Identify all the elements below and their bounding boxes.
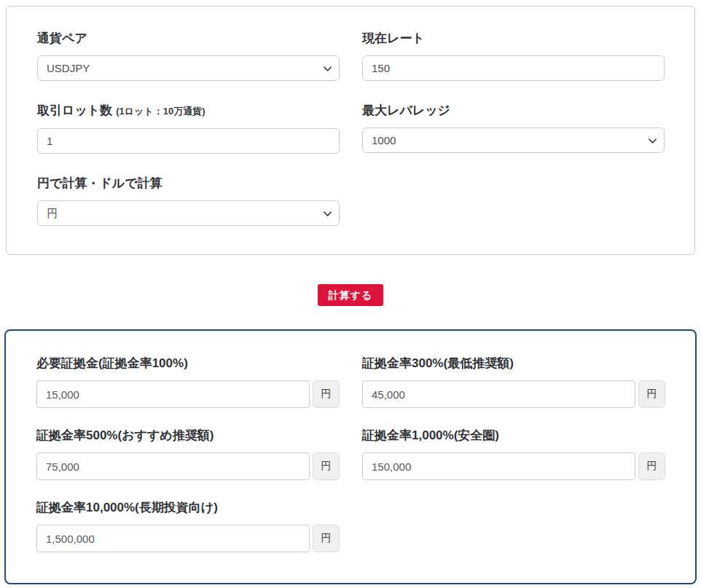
margin-300-unit-addon: 円 xyxy=(638,380,665,408)
form-grid: 通貨ペア USDJPY 現在レート 取引ロット数(1ロット：10万通貨) 最大レ… xyxy=(37,31,665,226)
result-margin-10000: 証拠金率10,000%(長期投資向け) 円 xyxy=(36,500,340,552)
max-leverage-label: 最大レバレッジ xyxy=(362,103,665,118)
current-rate-input[interactable] xyxy=(362,55,665,81)
lot-size-input[interactable] xyxy=(37,128,340,154)
result-margin-500: 証拠金率500%(おすすめ推奨額) 円 xyxy=(36,428,340,480)
margin-500-label: 証拠金率500%(おすすめ推奨額) xyxy=(36,428,340,443)
currency-pair-select[interactable]: USDJPY xyxy=(37,55,340,81)
margin-100-unit-addon: 円 xyxy=(313,380,340,408)
calculate-button[interactable]: 計算する xyxy=(318,284,384,306)
calculate-button-row: 計算する xyxy=(0,284,701,306)
lot-size-label-note: (1ロット：10万通貨) xyxy=(116,106,205,117)
results-grid: 必要証拠金(証拠金率100%) 円 証拠金率300%(最低推奨額) 円 証拠金率… xyxy=(36,356,665,552)
margin-calculator-form-card: 通貨ペア USDJPY 現在レート 取引ロット数(1ロット：10万通貨) 最大レ… xyxy=(6,6,695,255)
currency-pair-label: 通貨ペア xyxy=(37,31,340,46)
calc-currency-select-wrap: 円 xyxy=(37,200,340,226)
field-max-leverage: 最大レバレッジ 1000 xyxy=(362,103,665,154)
field-calc-currency: 円で計算・ドルで計算 円 xyxy=(37,176,340,226)
margin-results-card: 必要証拠金(証拠金率100%) 円 証拠金率300%(最低推奨額) 円 証拠金率… xyxy=(4,329,697,584)
margin-10000-label: 証拠金率10,000%(長期投資向け) xyxy=(36,500,340,515)
margin-300-label: 証拠金率300%(最低推奨額) xyxy=(362,356,665,371)
margin-1000-unit-addon: 円 xyxy=(638,452,665,480)
margin-500-row: 円 xyxy=(36,452,340,480)
margin-10000-unit-addon: 円 xyxy=(313,525,340,552)
lot-size-label: 取引ロット数(1ロット：10万通貨) xyxy=(37,103,340,119)
margin-100-input[interactable] xyxy=(36,380,310,408)
margin-500-input[interactable] xyxy=(36,452,310,480)
currency-pair-select-wrap: USDJPY xyxy=(37,55,340,81)
margin-1000-label: 証拠金率1,000%(安全圏) xyxy=(362,428,665,443)
margin-10000-row: 円 xyxy=(36,525,340,552)
margin-1000-row: 円 xyxy=(362,452,665,480)
field-currency-pair: 通貨ペア USDJPY xyxy=(37,31,340,81)
margin-300-input[interactable] xyxy=(362,380,635,408)
calc-currency-select[interactable]: 円 xyxy=(37,200,340,226)
calc-currency-label: 円で計算・ドルで計算 xyxy=(37,176,340,191)
max-leverage-select-wrap: 1000 xyxy=(362,128,665,153)
margin-100-label: 必要証拠金(証拠金率100%) xyxy=(36,356,340,371)
result-margin-300: 証拠金率300%(最低推奨額) 円 xyxy=(362,356,665,408)
margin-1000-input[interactable] xyxy=(362,452,635,480)
margin-300-row: 円 xyxy=(362,380,665,408)
margin-500-unit-addon: 円 xyxy=(313,452,340,480)
margin-100-row: 円 xyxy=(36,380,340,408)
current-rate-label: 現在レート xyxy=(362,31,665,46)
field-current-rate: 現在レート xyxy=(362,31,665,81)
lot-size-label-main: 取引ロット数 xyxy=(37,103,112,117)
result-margin-100: 必要証拠金(証拠金率100%) 円 xyxy=(36,356,340,408)
result-margin-1000: 証拠金率1,000%(安全圏) 円 xyxy=(362,428,665,480)
margin-10000-input[interactable] xyxy=(36,525,310,552)
max-leverage-select[interactable]: 1000 xyxy=(362,128,665,153)
field-lot-size: 取引ロット数(1ロット：10万通貨) xyxy=(37,103,340,154)
